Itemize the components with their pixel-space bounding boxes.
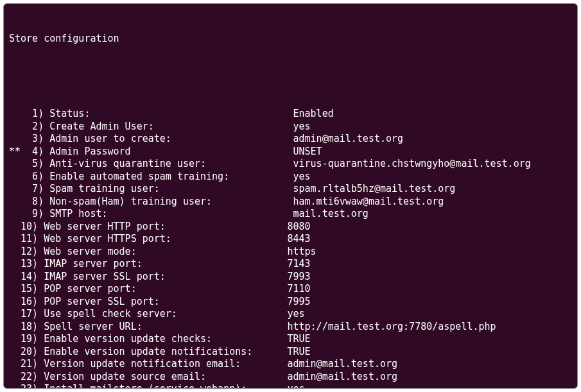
item-prefix <box>9 121 26 133</box>
item-paren: ) <box>32 296 44 309</box>
item-value: virus-quarantine.chstwngyho@mail.test.or… <box>293 158 530 171</box>
item-label: Web server HTTP port: <box>44 221 287 234</box>
item-value: 7110 <box>287 283 310 296</box>
item-paren: ) <box>32 233 44 246</box>
item-value: https <box>287 246 316 259</box>
item-number: 12 <box>21 246 32 259</box>
item-label: Status: <box>49 108 293 121</box>
item-number: 22 <box>21 371 32 384</box>
item-label: Admin user to create: <box>49 133 293 146</box>
item-value: 8443 <box>287 233 310 246</box>
item-paren: ) <box>32 333 44 346</box>
item-number: 13 <box>21 258 32 271</box>
item-prefix <box>9 258 21 271</box>
item-label: SMTP host: <box>49 208 293 221</box>
item-paren: ) <box>32 383 44 389</box>
item-value: yes <box>293 171 310 183</box>
item-value: yes <box>287 308 304 321</box>
item-paren: ) <box>32 258 44 271</box>
terminal-window[interactable]: Store configuration 1) Status:Enabled 2)… <box>3 3 578 389</box>
config-item[interactable]: 5) Anti-virus quarantine user:virus-quar… <box>9 158 572 171</box>
item-paren: ) <box>38 196 49 209</box>
item-label: Version update source email: <box>44 371 287 384</box>
config-item[interactable]: 21) Version update notification email:ad… <box>9 358 572 371</box>
item-value: UNSET <box>293 146 322 158</box>
item-number: 3 <box>26 133 38 146</box>
item-number: 15 <box>21 283 32 296</box>
item-prefix <box>9 296 21 309</box>
item-label: Enable automated spam training: <box>49 171 293 183</box>
config-item[interactable]: 11) Web server HTTPS port:8443 <box>9 233 572 246</box>
item-number: 7 <box>26 183 38 196</box>
config-item[interactable]: 2) Create Admin User:yes <box>9 121 572 133</box>
item-prefix <box>9 208 26 221</box>
item-value: TRUE <box>287 346 310 359</box>
item-label: Version update notification email: <box>44 358 287 371</box>
item-number: 16 <box>21 296 32 309</box>
item-value: Enabled <box>293 108 333 121</box>
item-paren: ) <box>38 133 49 146</box>
config-item[interactable]: 17) Use spell check server:yes <box>9 308 572 321</box>
item-paren: ) <box>38 146 49 158</box>
item-number: 10 <box>21 221 32 234</box>
config-item[interactable]: 3) Admin user to create:admin@mail.test.… <box>9 133 572 146</box>
item-label: Use spell check server: <box>44 308 287 321</box>
config-item[interactable]: 10) Web server HTTP port:8080 <box>9 221 572 234</box>
config-item[interactable]: 19) Enable version update checks:TRUE <box>9 333 572 346</box>
config-item[interactable]: 9) SMTP host:mail.test.org <box>9 208 572 221</box>
config-item[interactable]: 22) Version update source email:admin@ma… <box>9 371 572 384</box>
item-paren: ) <box>32 346 44 359</box>
item-prefix <box>9 108 26 121</box>
config-item[interactable]: 8) Non-spam(Ham) training user:ham.mti6v… <box>9 196 572 209</box>
item-paren: ) <box>38 183 49 196</box>
item-paren: ) <box>38 158 49 171</box>
config-item[interactable]: 13) IMAP server port:7143 <box>9 258 572 271</box>
item-paren: ) <box>32 308 44 321</box>
item-paren: ) <box>38 108 49 121</box>
config-items-list: 1) Status:Enabled 2) Create Admin User:y… <box>9 108 572 389</box>
item-prefix: ** <box>9 146 26 158</box>
item-number: 2 <box>26 121 38 133</box>
config-item[interactable]: 14) IMAP server SSL port:7993 <box>9 271 572 284</box>
item-number: 4 <box>26 146 38 158</box>
item-label: Enable version update checks: <box>44 333 287 346</box>
config-item[interactable]: 20) Enable version update notifications:… <box>9 346 572 359</box>
item-prefix <box>9 308 21 321</box>
item-prefix <box>9 183 26 196</box>
config-title: Store configuration <box>9 33 572 46</box>
item-number: 9 <box>26 208 38 221</box>
config-item[interactable]: ** 4) Admin PasswordUNSET <box>9 146 572 158</box>
config-item[interactable]: 16) POP server SSL port:7995 <box>9 296 572 309</box>
item-prefix <box>9 321 21 334</box>
config-item[interactable]: 1) Status:Enabled <box>9 108 572 121</box>
config-item[interactable]: 12) Web server mode:https <box>9 246 572 259</box>
item-value: TRUE <box>287 333 310 346</box>
config-item[interactable]: 6) Enable automated spam training:yes <box>9 171 572 183</box>
item-prefix <box>9 383 21 389</box>
item-label: Create Admin User: <box>49 121 293 133</box>
item-label: Web server HTTPS port: <box>44 233 287 246</box>
config-item[interactable]: 15) POP server port:7110 <box>9 283 572 296</box>
config-item[interactable]: 7) Spam training user:spam.rltalb5hz@mai… <box>9 183 572 196</box>
item-number: 17 <box>21 308 32 321</box>
item-prefix <box>9 221 21 234</box>
item-label: Non-spam(Ham) training user: <box>49 196 293 209</box>
item-label: Spam training user: <box>49 183 293 196</box>
item-label: Install mailstore (service webapp): <box>44 383 287 389</box>
item-paren: ) <box>32 371 44 384</box>
item-number: 1 <box>26 108 38 121</box>
item-paren: ) <box>32 246 44 259</box>
item-paren: ) <box>38 121 49 133</box>
item-value: admin@mail.test.org <box>293 133 403 146</box>
item-number: 5 <box>26 158 38 171</box>
config-item[interactable]: 18) Spell server URL:http://mail.test.or… <box>9 321 572 334</box>
item-value: http://mail.test.org:7780/aspell.php <box>287 321 496 334</box>
item-value: mail.test.org <box>293 208 368 221</box>
item-paren: ) <box>32 271 44 284</box>
item-label: Enable version update notifications: <box>44 346 287 359</box>
config-item[interactable]: 23) Install mailstore (service webapp):y… <box>9 383 572 389</box>
item-prefix <box>9 371 21 384</box>
item-label: Web server mode: <box>44 246 287 259</box>
item-prefix <box>9 246 21 259</box>
item-label: POP server port: <box>44 283 287 296</box>
